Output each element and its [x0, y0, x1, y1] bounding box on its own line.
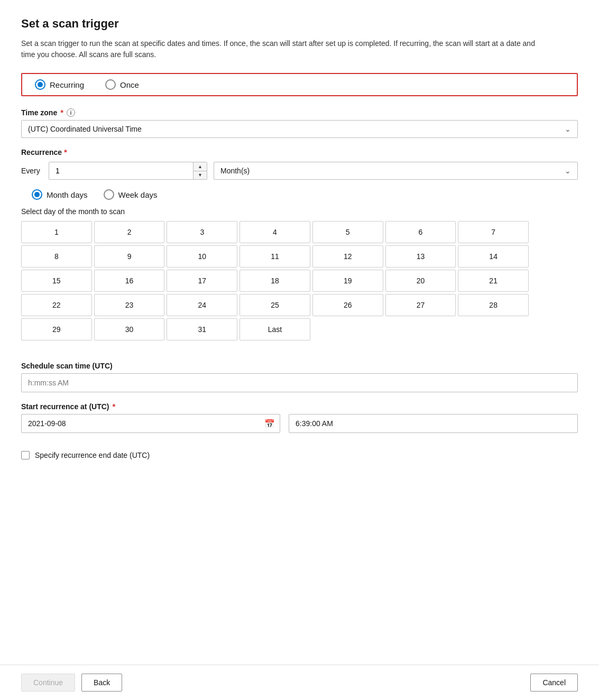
- once-label: Once: [120, 80, 139, 89]
- calendar-day[interactable]: 12: [312, 245, 383, 268]
- calendar-day[interactable]: 21: [458, 270, 529, 292]
- calendar-day[interactable]: 29: [21, 318, 92, 340]
- calendar-day[interactable]: 2: [94, 221, 165, 243]
- calendar-day[interactable]: 26: [312, 294, 383, 316]
- spin-buttons: ▲ ▼: [193, 162, 207, 179]
- calendar-day[interactable]: 20: [385, 270, 456, 292]
- once-radio-label[interactable]: Once: [105, 79, 139, 90]
- footer-bar: Continue Back Cancel: [0, 665, 599, 700]
- calendar-day[interactable]: 27: [385, 294, 456, 316]
- end-date-row: Specify recurrence end date (UTC): [21, 451, 578, 459]
- timezone-dropdown[interactable]: (UTC) Coordinated Universal Time ⌄: [21, 120, 578, 138]
- period-value: Month(s): [220, 167, 250, 175]
- month-days-radio[interactable]: [32, 189, 42, 200]
- timezone-dropdown-arrow: ⌄: [565, 125, 571, 133]
- calendar-day[interactable]: 1: [21, 221, 92, 243]
- calendar-day[interactable]: 7: [458, 221, 529, 243]
- end-date-checkbox[interactable]: [21, 451, 30, 459]
- calendar-day[interactable]: Last: [239, 318, 310, 340]
- timezone-required: *: [60, 108, 63, 117]
- month-days-label: Month days: [47, 190, 88, 199]
- date-input-wrapper: 📅: [21, 414, 280, 433]
- week-days-radio[interactable]: [104, 189, 114, 200]
- calendar-day[interactable]: 15: [21, 270, 92, 292]
- calendar-day[interactable]: 17: [167, 270, 237, 292]
- timezone-label: Time zone * i: [21, 108, 578, 117]
- end-date-label: Specify recurrence end date (UTC): [35, 451, 150, 459]
- every-label: Every: [21, 167, 42, 175]
- calendar-icon[interactable]: 📅: [264, 419, 275, 429]
- calendar-day[interactable]: 28: [458, 294, 529, 316]
- date-input[interactable]: [21, 414, 280, 433]
- week-days-radio-label[interactable]: Week days: [104, 189, 158, 200]
- back-button[interactable]: Back: [81, 674, 122, 692]
- calendar-day[interactable]: 30: [94, 318, 165, 340]
- calendar-day[interactable]: 11: [239, 245, 310, 268]
- month-days-radio-label[interactable]: Month days: [32, 189, 88, 200]
- schedule-time-group: Schedule scan time (UTC): [21, 362, 578, 392]
- calendar-day[interactable]: 9: [94, 245, 165, 268]
- schedule-time-input[interactable]: [21, 373, 578, 392]
- every-row: Every ▲ ▼ Month(s) ⌄: [21, 162, 578, 180]
- calendar-day[interactable]: 8: [21, 245, 92, 268]
- timezone-value: (UTC) Coordinated Universal Time: [28, 125, 142, 133]
- recurring-radio-label[interactable]: Recurring: [35, 79, 84, 90]
- recurring-radio[interactable]: [35, 79, 45, 90]
- calendar-day[interactable]: 18: [239, 270, 310, 292]
- calendar-day[interactable]: 31: [167, 318, 237, 340]
- calendar-day[interactable]: 5: [312, 221, 383, 243]
- calendar-day[interactable]: 13: [385, 245, 456, 268]
- timezone-group: Time zone * i (UTC) Coordinated Universa…: [21, 108, 578, 138]
- calendar-day[interactable]: 25: [239, 294, 310, 316]
- every-number-wrapper: ▲ ▼: [49, 162, 207, 180]
- calendar-day[interactable]: 4: [239, 221, 310, 243]
- start-recurrence-required: *: [113, 402, 116, 411]
- start-recurrence-label: Start recurrence at (UTC) *: [21, 402, 578, 411]
- calendar-day[interactable]: 19: [312, 270, 383, 292]
- schedule-time-label: Schedule scan time (UTC): [21, 362, 578, 370]
- week-days-label: Week days: [118, 190, 158, 199]
- timezone-info-icon[interactable]: i: [67, 108, 75, 117]
- every-number-input[interactable]: [49, 162, 207, 180]
- period-dropdown[interactable]: Month(s) ⌄: [214, 162, 578, 180]
- cancel-button[interactable]: Cancel: [530, 674, 578, 692]
- once-radio[interactable]: [105, 79, 116, 90]
- spin-down-button[interactable]: ▼: [193, 171, 207, 180]
- spin-up-button[interactable]: ▲: [193, 162, 207, 171]
- calendar-day[interactable]: 14: [458, 245, 529, 268]
- calendar-day[interactable]: 6: [385, 221, 456, 243]
- select-day-label: Select day of the month to scan: [21, 207, 578, 216]
- recurrence-label: Recurrence *: [21, 148, 578, 156]
- trigger-type-group: Recurring Once: [21, 73, 578, 96]
- page-description: Set a scan trigger to run the scan at sp…: [21, 38, 539, 60]
- calendar-day[interactable]: 24: [167, 294, 237, 316]
- period-dropdown-arrow: ⌄: [565, 167, 571, 175]
- calendar-day[interactable]: 3: [167, 221, 237, 243]
- recurring-label: Recurring: [50, 80, 84, 89]
- calendar-day[interactable]: 10: [167, 245, 237, 268]
- calendar-day[interactable]: 22: [21, 294, 92, 316]
- recurrence-required: *: [64, 148, 67, 156]
- calendar-grid: 1234567891011121314151617181920212223242…: [21, 221, 529, 340]
- calendar-day[interactable]: 23: [94, 294, 165, 316]
- calendar-day[interactable]: 16: [94, 270, 165, 292]
- start-recurrence-row: 📅: [21, 414, 578, 433]
- start-recurrence-group: Start recurrence at (UTC) * 📅: [21, 402, 578, 433]
- continue-button[interactable]: Continue: [21, 674, 75, 692]
- time-input[interactable]: [289, 414, 578, 433]
- page-title: Set a scan trigger: [21, 17, 578, 31]
- recurrence-group: Recurrence * Every ▲ ▼ Month(s) ⌄ Month …: [21, 148, 578, 352]
- day-type-row: Month days Week days: [32, 189, 578, 200]
